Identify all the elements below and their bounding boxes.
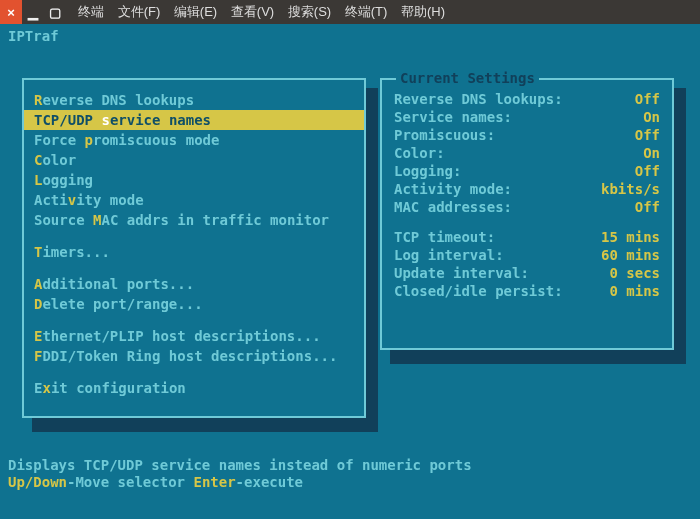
config-menu: Reverse DNS lookups TCP/UDP service name… xyxy=(22,78,366,418)
setting-color: Color:On xyxy=(394,144,660,162)
menu-help[interactable]: 帮助(H) xyxy=(401,4,445,19)
maximize-icon[interactable]: ▢ xyxy=(44,0,66,24)
menu-item-source-mac[interactable]: Source MAC addrs in traffic monitor xyxy=(24,210,364,230)
settings-legend: Current Settings xyxy=(396,70,539,86)
menu-item-additional-ports[interactable]: Additional ports... xyxy=(24,274,364,294)
setting-log-interval: Log interval:60 mins xyxy=(394,246,660,264)
current-settings: Current Settings Reverse DNS lookups:Off… xyxy=(380,78,674,350)
status-bar: Displays TCP/UDP service names instead o… xyxy=(0,455,700,495)
setting-mac-addresses: MAC addresses:Off xyxy=(394,198,660,216)
setting-promiscuous: Promiscuous:Off xyxy=(394,126,660,144)
terminal-area: IPTraf Reverse DNS lookups TCP/UDP servi… xyxy=(0,24,700,495)
window-buttons: × ▁ ▢ xyxy=(0,0,66,24)
setting-activity-mode: Activity mode:kbits/s xyxy=(394,180,660,198)
setting-reverse-dns: Reverse DNS lookups:Off xyxy=(394,90,660,108)
shadow xyxy=(366,88,378,432)
menu-item-delete-port[interactable]: Delete port/range... xyxy=(24,294,364,314)
menu-item-timers[interactable]: Timers... xyxy=(24,242,364,262)
setting-tcp-timeout: TCP timeout:15 mins xyxy=(394,228,660,246)
menu-file[interactable]: 文件(F) xyxy=(118,4,161,19)
shadow xyxy=(390,350,684,364)
menu-item-fddi-desc[interactable]: FDDI/Token Ring host descriptions... xyxy=(24,346,364,366)
window-titlebar: × ▁ ▢ 终端 文件(F) 编辑(E) 查看(V) 搜索(S) 终端(T) 帮… xyxy=(0,0,700,24)
close-icon[interactable]: × xyxy=(0,0,22,24)
menu-edit[interactable]: 编辑(E) xyxy=(174,4,217,19)
menu-search[interactable]: 搜索(S) xyxy=(288,4,331,19)
status-keys: Up/Down-Move selector Enter-execute xyxy=(8,474,692,491)
menu-item-reverse-dns[interactable]: Reverse DNS lookups xyxy=(24,90,364,110)
menu-item-promiscuous[interactable]: Force promiscuous mode xyxy=(24,130,364,150)
menu-item-exit[interactable]: Exit configuration xyxy=(24,378,364,398)
setting-logging: Logging:Off xyxy=(394,162,660,180)
shadow xyxy=(32,418,376,432)
setting-closed-idle: Closed/idle persist:0 mins xyxy=(394,282,660,300)
menu-item-color[interactable]: Color xyxy=(24,150,364,170)
status-description: Displays TCP/UDP service names instead o… xyxy=(8,457,692,474)
menu-item-service-names[interactable]: TCP/UDP service names xyxy=(24,110,364,130)
shadow xyxy=(674,88,686,364)
menu-item-ethernet-desc[interactable]: Ethernet/PLIP host descriptions... xyxy=(24,326,364,346)
setting-service-names: Service names:On xyxy=(394,108,660,126)
minimize-icon[interactable]: ▁ xyxy=(22,0,44,24)
menu-terminal[interactable]: 终端 xyxy=(78,4,104,19)
window-menubar: 终端 文件(F) 编辑(E) 查看(V) 搜索(S) 终端(T) 帮助(H) xyxy=(78,3,455,21)
app-title: IPTraf xyxy=(0,24,700,48)
menu-terminal2[interactable]: 终端(T) xyxy=(345,4,388,19)
setting-update-interval: Update interval:0 secs xyxy=(394,264,660,282)
menu-item-activity-mode[interactable]: Activity mode xyxy=(24,190,364,210)
menu-view[interactable]: 查看(V) xyxy=(231,4,274,19)
menu-item-logging[interactable]: Logging xyxy=(24,170,364,190)
